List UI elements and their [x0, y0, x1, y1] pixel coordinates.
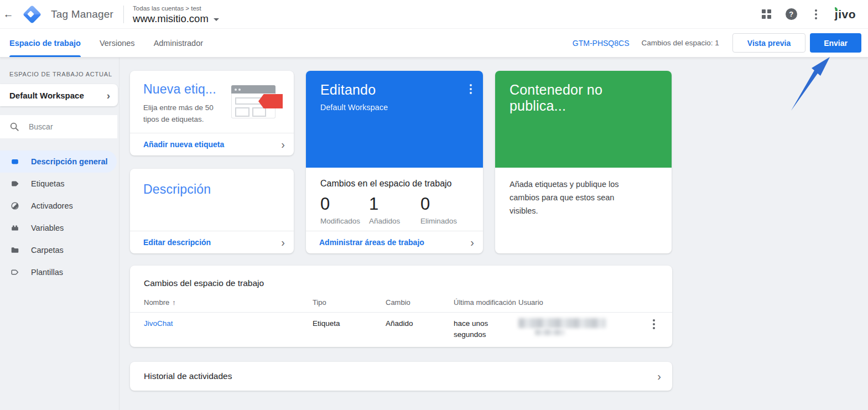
tab-bar: Espacio de trabajo Versiones Administrad… [0, 29, 868, 58]
new-tag-title: Nueva etiq... [143, 82, 229, 97]
breadcrumb-block: Todas las cuentas > test www.misitio.com [133, 4, 219, 25]
overflow-menu-icon[interactable] [812, 8, 820, 20]
activity-history-card[interactable]: Historial de actividades › [130, 362, 672, 391]
sidebar-item-templates[interactable]: Plantillas [0, 261, 117, 283]
editing-title: Editando [320, 82, 473, 98]
chevron-right-icon: › [107, 90, 110, 101]
column-header-name[interactable]: Nombre ↑ [144, 298, 313, 312]
editing-banner: Editando Default Workspace [306, 71, 483, 168]
sidebar-item-variables[interactable]: Variables [0, 217, 117, 239]
current-workspace-label: ESPACIO DE TRABAJO ACTUAL [9, 71, 119, 77]
variables-icon [9, 222, 20, 233]
jivo-logo: jivo [835, 8, 856, 21]
sidebar-item-folders[interactable]: Carpetas [0, 239, 117, 261]
sidebar-item-triggers[interactable]: Activadores [0, 195, 117, 217]
column-header-type[interactable]: Tipo [313, 298, 386, 312]
stat-modified: 0 Modificados [320, 194, 369, 225]
sidebar-item-label: Etiquetas [31, 179, 64, 188]
column-header-modified[interactable]: Última modificación [454, 298, 518, 312]
tab-workspace[interactable]: Espacio de trabajo [9, 29, 81, 57]
edit-description-action[interactable]: Editar descripción › [130, 231, 294, 253]
chevron-down-icon [214, 18, 219, 21]
sidebar-item-tags[interactable]: Etiquetas [0, 173, 117, 195]
card-menu-icon[interactable] [466, 83, 475, 95]
sidebar-item-overview[interactable]: Descripción general [0, 150, 117, 173]
editing-workspace-name: Default Workspace [320, 103, 473, 112]
row-name-link[interactable]: JivoChat [144, 318, 313, 329]
activity-history-title: Historial de actividades [144, 371, 232, 381]
chevron-right-icon: › [281, 237, 285, 248]
sort-ascending-icon: ↑ [172, 298, 176, 307]
tag-manager-logo-icon [21, 3, 43, 25]
sidebar-item-label: Descripción general [31, 157, 108, 166]
row-modified: hace unos segundos [454, 318, 503, 340]
table-row[interactable]: JivoChat Etiqueta Añadido hace unos segu… [130, 313, 672, 347]
unpublished-banner: Contenedor no publica... [495, 71, 672, 168]
top-header: ← Tag Manager Todas las cuentas > test w… [0, 0, 868, 29]
workspace-selector[interactable]: Default Workspace › [0, 84, 118, 106]
header-divider [123, 6, 124, 23]
main-content: Nueva etiq... Elija entre más de 50 tipo… [130, 71, 672, 391]
stat-deleted: 0 Eliminados [420, 194, 457, 225]
workspace-changes-count: Cambios del espacio: 1 [642, 39, 719, 47]
tab-versions[interactable]: Versiones [100, 29, 135, 57]
table-title: Cambios del espacio de trabajo [130, 266, 672, 288]
unpublished-title: Contenedor no publica... [510, 82, 662, 114]
container-domain: www.misitio.com [133, 13, 209, 25]
workspace-changes-table-card: Cambios del espacio de trabajo Nombre ↑ … [130, 266, 672, 347]
annotation-arrow-icon [786, 51, 836, 113]
new-tag-illustration-icon [231, 83, 283, 122]
unpublished-container-card: Contenedor no publica... Añada etiquetas… [495, 71, 672, 253]
unpublished-body-text: Añada etiquetas y publique los cambios p… [510, 178, 642, 217]
workspace-name: Default Workspace [9, 91, 84, 100]
overview-icon [9, 156, 20, 167]
help-icon[interactable]: ? [786, 8, 797, 20]
app-title: Tag Manager [51, 8, 113, 20]
tab-admin[interactable]: Administrador [154, 29, 203, 57]
manage-workspaces-link[interactable]: Administrar áreas de trabajo [319, 238, 424, 247]
tag-icon [9, 178, 20, 189]
trigger-icon [9, 200, 20, 211]
stat-added: 1 Añadidos [369, 194, 420, 225]
submit-button[interactable]: Enviar [810, 33, 861, 53]
description-title: Descripción [143, 182, 280, 197]
template-icon [9, 267, 20, 278]
preview-button[interactable]: Vista previa [732, 33, 805, 53]
column-header-change[interactable]: Cambio [386, 298, 454, 312]
sidebar-item-label: Variables [31, 224, 64, 232]
add-new-tag-link[interactable]: Añadir nueva etiqueta [143, 140, 224, 149]
back-arrow-icon[interactable]: ← [0, 8, 17, 20]
sidebar-item-label: Plantillas [31, 268, 63, 277]
manage-workspaces-action[interactable]: Administrar áreas de trabajo › [306, 231, 483, 253]
search-bar[interactable] [0, 115, 117, 138]
new-tag-description: Elija entre más de 50 tipos de etiquetas… [143, 102, 229, 125]
editing-card: Editando Default Workspace Cambios en el… [306, 71, 483, 253]
sidebar-item-label: Activadores [31, 201, 73, 210]
search-input[interactable] [29, 122, 106, 131]
column-header-user[interactable]: Usuario [518, 298, 636, 312]
chevron-right-icon: › [657, 371, 661, 382]
chevron-right-icon: › [470, 237, 474, 248]
search-icon [9, 122, 19, 132]
row-user-redacted [518, 318, 607, 337]
table-header-row: Nombre ↑ Tipo Cambio Última modificación… [130, 288, 672, 313]
new-tag-card: Nueva etiq... Elija entre más de 50 tipo… [130, 71, 294, 155]
row-type: Etiqueta [313, 318, 386, 329]
breadcrumb[interactable]: Todas las cuentas > test [133, 5, 219, 12]
add-new-tag-action[interactable]: Añadir nueva etiqueta › [130, 133, 294, 155]
row-menu-icon[interactable] [649, 318, 658, 330]
row-change: Añadido [386, 318, 454, 329]
container-selector[interactable]: www.misitio.com [133, 13, 219, 25]
chevron-right-icon: › [281, 139, 285, 150]
container-id-link[interactable]: GTM-PHSQ8CS [573, 39, 630, 48]
folder-icon [9, 245, 20, 256]
sidebar: ESPACIO DE TRABAJO ACTUAL Default Worksp… [0, 58, 119, 410]
sidebar-item-label: Carpetas [31, 246, 64, 255]
description-card: Descripción Editar descripción › [130, 169, 294, 253]
apps-grid-icon[interactable] [762, 9, 771, 19]
workspace-changes-heading: Cambios en el espacio de trabajo [320, 179, 470, 189]
edit-description-link[interactable]: Editar descripción [143, 238, 211, 247]
